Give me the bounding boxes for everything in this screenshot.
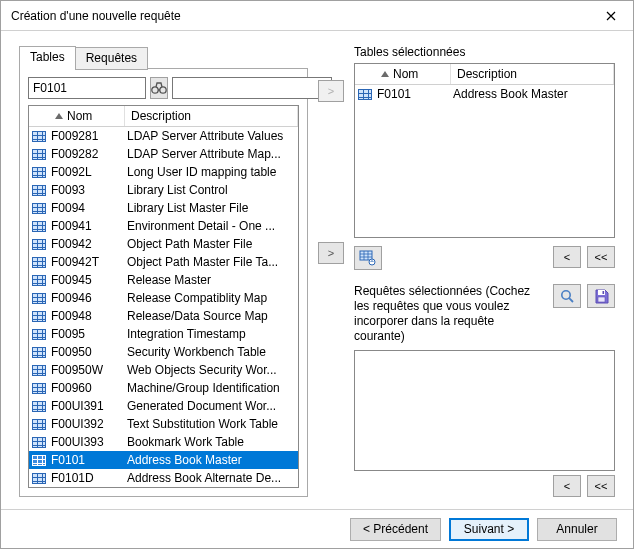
table-icon (29, 203, 49, 214)
svg-point-4 (562, 291, 570, 299)
next-button[interactable]: Suivant > (449, 518, 529, 541)
table-row[interactable]: F009281LDAP Server Attribute Values (29, 127, 298, 145)
table-icon (29, 473, 49, 484)
row-name: F0094 (49, 201, 125, 215)
sel-col-name[interactable]: Nom (375, 64, 451, 84)
table-row[interactable]: F00946Release Compatiblity Map (29, 289, 298, 307)
row-description: Object Path Master File (125, 237, 298, 251)
row-description: Address Book Master (451, 87, 614, 101)
table-icon (29, 401, 49, 412)
sort-asc-icon (381, 71, 389, 77)
table-row[interactable]: F00950WWeb Objects Security Wor... (29, 361, 298, 379)
table-row[interactable]: F0101DAddress Book Alternate De... (29, 469, 298, 487)
previous-button[interactable]: < Précédent (350, 518, 441, 541)
row-description: Long User ID mapping table (125, 165, 298, 179)
sel-col-description[interactable]: Description (451, 64, 614, 84)
row-description: Release/Data Source Map (125, 309, 298, 323)
row-name: F009281 (49, 129, 125, 143)
row-description: LDAP Server Attribute Values (125, 129, 298, 143)
search-input[interactable] (28, 77, 146, 99)
table-icon (29, 419, 49, 430)
query-remove-button[interactable]: < (553, 475, 581, 497)
footer: < Précédent Suivant > Annuler (1, 509, 633, 548)
table-icon (29, 455, 49, 466)
col-name[interactable]: Nom (49, 106, 125, 126)
table-row[interactable]: F0093Library List Control (29, 181, 298, 199)
row-name: F00950 (49, 345, 125, 359)
table-row[interactable]: F00945Release Master (29, 271, 298, 289)
row-name: F00UI393 (49, 435, 125, 449)
row-name: F0101 (375, 87, 451, 101)
table-row[interactable]: F00950Security Workbench Table (29, 343, 298, 361)
row-name: F00UI392 (49, 417, 125, 431)
table-row[interactable]: F00UI392Text Substitution Work Table (29, 415, 298, 433)
row-description: Web Objects Security Wor... (125, 363, 298, 377)
dialog-window: Création d'une nouvelle requête Tables R… (0, 0, 634, 549)
available-tables-list: Nom Description F009281LDAP Server Attri… (28, 105, 299, 488)
table-link-button[interactable] (354, 246, 382, 270)
col-description[interactable]: Description (125, 106, 298, 126)
table-row[interactable]: F0101Address Book Master (29, 451, 298, 469)
tabstrip: Tables Requêtes (19, 46, 308, 69)
table-row[interactable]: F009282LDAP Server Attribute Map... (29, 145, 298, 163)
row-description: Release Master (125, 273, 298, 287)
table-row[interactable]: F00960Machine/Group Identification (29, 379, 298, 397)
row-description: Security Workbench Table (125, 345, 298, 359)
table-icon (29, 167, 49, 178)
tab-queries[interactable]: Requêtes (75, 47, 148, 70)
svg-rect-2 (360, 251, 372, 260)
svg-rect-6 (602, 291, 604, 294)
table-icon (29, 275, 49, 286)
row-name: F00941 (49, 219, 125, 233)
table-row[interactable]: F00942Object Path Master File (29, 235, 298, 253)
table-row[interactable]: F00948Release/Data Source Map (29, 307, 298, 325)
middle-column: > > (318, 45, 344, 497)
table-row[interactable]: F0092LLong User ID mapping table (29, 163, 298, 181)
table-row[interactable]: F00UI391Generated Document Wor... (29, 397, 298, 415)
selected-tables-label: Tables sélectionnées (354, 45, 615, 59)
add-button[interactable]: > (318, 242, 344, 264)
find-button[interactable] (150, 77, 168, 99)
query-remove-all-button[interactable]: << (587, 475, 615, 497)
filter-input[interactable] (172, 77, 332, 99)
save-button[interactable] (587, 284, 615, 308)
add-button-top[interactable]: > (318, 80, 344, 102)
tab-panel-tables: Nom Description F009281LDAP Server Attri… (19, 68, 308, 497)
table-row[interactable]: F00UI393Bookmark Work Table (29, 433, 298, 451)
sel-col-icon[interactable] (355, 64, 375, 84)
row-name: F00948 (49, 309, 125, 323)
row-description: LDAP Server Attribute Map... (125, 147, 298, 161)
table-row[interactable]: F00942TObject Path Master File Ta... (29, 253, 298, 271)
close-button[interactable] (589, 1, 633, 31)
table-icon (29, 347, 49, 358)
row-description: Object Path Master File Ta... (125, 255, 298, 269)
table-row[interactable]: F00941Environment Detail - One ... (29, 217, 298, 235)
table-icon (29, 365, 49, 376)
row-description: Library List Master File (125, 201, 298, 215)
table-icon (29, 221, 49, 232)
row-description: Machine/Group Identification (125, 381, 298, 395)
table-icon (29, 239, 49, 250)
col-icon[interactable] (29, 106, 49, 126)
table-row[interactable]: F0095Integration Timestamp (29, 325, 298, 343)
binoculars-icon (151, 81, 167, 95)
content-area: Tables Requêtes (1, 31, 633, 509)
row-description: Text Substitution Work Table (125, 417, 298, 431)
row-description: Environment Detail - One ... (125, 219, 298, 233)
svg-point-3 (369, 259, 375, 265)
row-description: Release Compatiblity Map (125, 291, 298, 305)
table-row[interactable]: F0094Library List Master File (29, 199, 298, 217)
remove-all-button[interactable]: << (587, 246, 615, 268)
table-body[interactable]: F009281LDAP Server Attribute ValuesF0092… (29, 127, 298, 487)
table-icon (29, 311, 49, 322)
tab-tables[interactable]: Tables (19, 46, 76, 69)
selected-queries-list[interactable] (354, 350, 615, 471)
selected-tables-body[interactable]: F0101Address Book Master (355, 85, 614, 237)
svg-rect-7 (598, 297, 605, 302)
row-name: F00UI391 (49, 399, 125, 413)
preview-button[interactable] (553, 284, 581, 308)
remove-button[interactable]: < (553, 246, 581, 268)
table-row[interactable]: F0101Address Book Master (355, 85, 614, 103)
row-description: Integration Timestamp (125, 327, 298, 341)
cancel-button[interactable]: Annuler (537, 518, 617, 541)
